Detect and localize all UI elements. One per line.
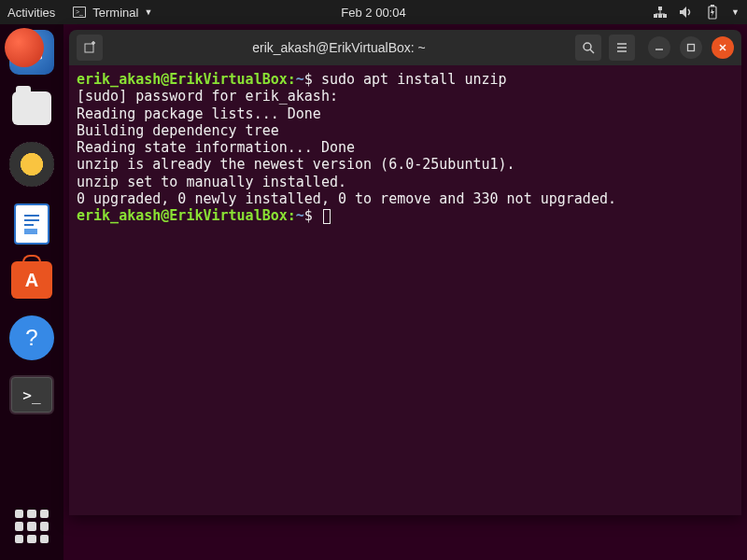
svg-rect-17: [24, 229, 37, 234]
svg-marker-9: [680, 7, 686, 18]
output-line: Building dependency tree: [77, 122, 279, 139]
svg-rect-5: [663, 14, 667, 18]
dock-terminal-icon[interactable]: >_: [11, 377, 52, 413]
top-bar: Activities >_ Terminal ▼ Feb 2 00:04 ▼: [0, 0, 747, 24]
prompt-symbol: $: [304, 71, 313, 88]
svg-marker-12: [711, 8, 714, 17]
prompt-path: ~: [296, 207, 304, 224]
window-title: erik_akash@ErikVirtualBox: ~: [110, 40, 568, 55]
svg-rect-15: [24, 219, 39, 221]
svg-rect-16: [24, 224, 34, 226]
menu-button[interactable]: [609, 35, 635, 61]
volume-icon[interactable]: [679, 5, 694, 20]
output-line: [sudo] password for erik_akash:: [77, 88, 338, 105]
system-menu-icon[interactable]: ▼: [731, 7, 740, 17]
close-button[interactable]: [712, 36, 734, 59]
dock: ? >_: [0, 24, 63, 560]
battery-icon[interactable]: [705, 5, 720, 20]
svg-rect-6: [658, 7, 662, 10]
dock-rhythmbox-icon[interactable]: [9, 142, 54, 187]
show-applications-icon[interactable]: [15, 510, 49, 543]
output-line: Reading state information... Done: [77, 139, 355, 156]
svg-point-21: [584, 43, 591, 50]
network-icon[interactable]: [653, 5, 668, 20]
svg-line-22: [590, 49, 594, 53]
command-text: sudo apt install unzip: [321, 71, 507, 88]
terminal-output[interactable]: erik_akash@ErikVirtualBox:~$ sudo apt in…: [69, 65, 741, 515]
terminal-icon: >_: [72, 5, 87, 20]
svg-rect-27: [688, 45, 695, 51]
prompt-user: erik_akash@ErikVirtualBox: [77, 71, 288, 88]
svg-rect-18: [85, 44, 93, 52]
new-tab-button[interactable]: [77, 35, 103, 61]
terminal-window: erik_akash@ErikVirtualBox: ~ erik_akash@…: [69, 30, 741, 515]
output-line: 0 upgraded, 0 newly installed, 0 to remo…: [77, 190, 616, 207]
svg-rect-4: [658, 14, 662, 18]
cursor: [323, 209, 331, 224]
chevron-down-icon: ▼: [144, 7, 152, 17]
app-menu[interactable]: >_ Terminal ▼: [72, 5, 152, 20]
prompt-symbol: $: [304, 207, 313, 224]
window-titlebar[interactable]: erik_akash@ErikVirtualBox: ~: [69, 30, 741, 65]
prompt-path: ~: [296, 71, 304, 88]
minimize-button[interactable]: [648, 36, 670, 59]
workspace-indicator: [5, 28, 44, 67]
svg-text:>_: >_: [76, 8, 83, 16]
dock-writer-icon[interactable]: [14, 203, 49, 245]
search-button[interactable]: [575, 35, 601, 61]
activities-button[interactable]: Activities: [7, 6, 55, 20]
output-line: unzip set to manually installed.: [77, 174, 346, 190]
dock-files-icon[interactable]: [12, 91, 51, 125]
maximize-button[interactable]: [680, 36, 702, 59]
dock-software-icon[interactable]: [11, 261, 52, 299]
dock-help-icon[interactable]: ?: [9, 315, 54, 360]
clock[interactable]: Feb 2 00:04: [341, 6, 405, 20]
output-line: Reading package lists... Done: [77, 105, 321, 122]
output-line: unzip is already the newest version (6.0…: [77, 156, 515, 173]
svg-rect-14: [24, 215, 39, 217]
svg-rect-3: [654, 14, 657, 18]
app-menu-label: Terminal: [92, 6, 138, 20]
prompt-user: erik_akash@ErikVirtualBox: [77, 207, 288, 224]
